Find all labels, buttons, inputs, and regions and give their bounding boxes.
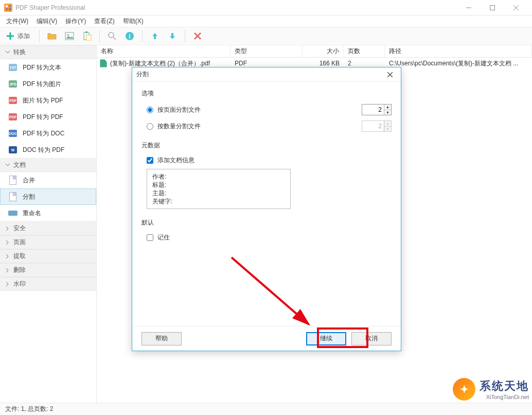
word-icon: W bbox=[8, 145, 17, 154]
sidebar-item-pdf-to-pdf[interactable]: PDF PDF 转为 PDF bbox=[0, 109, 96, 125]
toolbar-up-button[interactable] bbox=[148, 29, 162, 43]
toolbar-image-button[interactable] bbox=[62, 29, 77, 43]
checkbox-add-metadata-label: 添加文档信息 bbox=[157, 156, 194, 165]
svg-text:i: i bbox=[129, 33, 130, 40]
toolbar-folder-button[interactable] bbox=[45, 29, 59, 43]
dialog-continue-button[interactable]: 继续 bbox=[306, 332, 346, 345]
sidebar-item-pdf-to-image[interactable]: JPG PDF 转为图片 bbox=[0, 76, 96, 92]
window-title: PDF Shaper Professional bbox=[15, 4, 457, 11]
sidebar-section-page[interactable]: 页面 bbox=[0, 235, 96, 249]
spinner-up-button[interactable]: ▲ bbox=[384, 105, 391, 110]
toolbar-delete-button[interactable] bbox=[190, 29, 205, 43]
sidebar-item-image-to-pdf[interactable]: PDF 图片 转为 PDF bbox=[0, 92, 96, 109]
sidebar-section-document[interactable]: 文档 bbox=[0, 158, 96, 172]
chevron-down-icon bbox=[5, 50, 10, 55]
sidebar-section-extract[interactable]: 提取 bbox=[0, 249, 96, 263]
section-label: 安全 bbox=[13, 224, 26, 233]
status-text: 文件: 1, 总页数: 2 bbox=[5, 405, 53, 413]
svg-rect-15 bbox=[86, 35, 91, 41]
file-size: 166 KB bbox=[303, 60, 344, 67]
spinner-pages-input[interactable] bbox=[362, 105, 384, 115]
toolbar: 添加 i bbox=[0, 27, 532, 45]
options-fieldset: 选项 按页面分割文件 ▲ ▼ 按数量分割文件 bbox=[141, 89, 392, 132]
sidebar-item-label: PDF 转为文本 bbox=[23, 63, 61, 72]
column-header-size[interactable]: 大小 bbox=[303, 45, 344, 57]
pdf-icon: PDF bbox=[8, 96, 17, 105]
window-maximize-button[interactable] bbox=[481, 0, 504, 15]
column-header-type[interactable]: 类型 bbox=[230, 45, 303, 57]
sidebar-section-delete[interactable]: 删除 bbox=[0, 263, 96, 277]
sidebar-item-label: 分割 bbox=[23, 193, 35, 201]
checkbox-add-metadata[interactable] bbox=[147, 157, 153, 164]
default-label: 默认 bbox=[141, 218, 392, 227]
menu-view[interactable]: 查看(Z) bbox=[90, 16, 118, 27]
sidebar-item-pdf-to-doc[interactable]: DOC PDF 转为 DOC bbox=[0, 125, 96, 142]
menu-edit[interactable]: 编辑(V) bbox=[32, 16, 61, 27]
svg-rect-1 bbox=[6, 5, 8, 7]
metadata-box: 作者: 标题: 主题: 关键字: bbox=[147, 169, 291, 209]
spinner-down-button: ▼ bbox=[384, 127, 391, 132]
watermark: ✦ 系统天地 XiTongTianDi.net bbox=[453, 378, 529, 401]
split-dialog: 分割 选项 按页面分割文件 ▲ ▼ bbox=[132, 67, 401, 351]
radio-split-by-count-label: 按数量分割文件 bbox=[157, 122, 358, 131]
toolbar-separator bbox=[185, 30, 185, 42]
toolbar-info-button[interactable]: i bbox=[122, 29, 137, 43]
dialog-cancel-button[interactable]: 取消 bbox=[351, 332, 392, 345]
checkbox-remember[interactable] bbox=[147, 234, 153, 241]
svg-rect-4 bbox=[9, 8, 11, 10]
meta-author-label: 作者: bbox=[152, 172, 166, 181]
column-header-name[interactable]: 名称 bbox=[97, 45, 230, 57]
status-bar: 文件: 1, 总页数: 2 bbox=[0, 403, 532, 415]
doc-icon: DOC bbox=[8, 129, 17, 138]
watermark-title: 系统天地 bbox=[480, 378, 529, 394]
sidebar-item-pdf-to-text[interactable]: TXT PDF 转为文本 bbox=[0, 59, 96, 76]
file-name: (复制)-新建文本文档 (2)（合并）.pdf bbox=[110, 59, 210, 68]
section-label: 删除 bbox=[13, 266, 26, 274]
sidebar-item-doc-to-pdf[interactable]: W DOC 转为 PDF bbox=[0, 142, 96, 158]
plus-icon bbox=[5, 31, 15, 41]
toolbar-add-button[interactable]: 添加 bbox=[4, 29, 34, 43]
menu-help[interactable]: 帮助(X) bbox=[119, 16, 148, 27]
close-icon bbox=[387, 72, 393, 77]
app-icon bbox=[4, 4, 12, 12]
window-titlebar: PDF Shaper Professional bbox=[0, 0, 532, 15]
radio-split-by-page[interactable] bbox=[147, 107, 153, 113]
file-name-cell: (复制)-新建文本文档 (2)（合并）.pdf bbox=[97, 59, 230, 68]
spinner-pages[interactable]: ▲ ▼ bbox=[362, 104, 392, 115]
sidebar-item-merge[interactable]: 合并 bbox=[0, 172, 96, 188]
sidebar-item-label: 图片 转为 PDF bbox=[23, 96, 63, 105]
section-label: 提取 bbox=[13, 252, 26, 261]
search-icon bbox=[108, 31, 117, 41]
dialog-close-button[interactable] bbox=[383, 69, 397, 80]
svg-rect-6 bbox=[490, 5, 495, 10]
menu-operate[interactable]: 操作(Y) bbox=[61, 16, 90, 27]
menu-file[interactable]: 文件(W) bbox=[2, 16, 32, 27]
column-header-pages[interactable]: 页数 bbox=[344, 45, 385, 57]
dialog-titlebar: 分割 bbox=[132, 67, 401, 82]
window-minimize-button[interactable] bbox=[457, 0, 481, 15]
toolbar-down-button[interactable] bbox=[165, 29, 180, 43]
checkbox-remember-label: 记住 bbox=[157, 233, 170, 242]
window-close-button[interactable] bbox=[504, 0, 528, 15]
svg-rect-14 bbox=[85, 31, 87, 33]
sidebar-item-rename[interactable]: 重命名 bbox=[0, 205, 96, 221]
toolbar-separator bbox=[142, 30, 143, 42]
sidebar-section-convert[interactable]: 转换 bbox=[0, 45, 96, 59]
folder-icon bbox=[47, 31, 57, 41]
file-list-header: 名称 类型 大小 页数 路径 bbox=[97, 45, 532, 58]
toolbar-paste-button[interactable] bbox=[80, 29, 94, 43]
dialog-help-button[interactable]: 帮助 bbox=[141, 332, 182, 345]
jpg-icon: JPG bbox=[8, 79, 17, 89]
document-icon bbox=[8, 192, 17, 201]
menubar: 文件(W) 编辑(V) 操作(Y) 查看(Z) 帮助(X) bbox=[0, 15, 532, 27]
radio-split-by-count[interactable] bbox=[147, 123, 153, 130]
svg-rect-2 bbox=[9, 5, 11, 7]
sidebar-item-split[interactable]: 分割 bbox=[0, 188, 96, 205]
column-header-path[interactable]: 路径 bbox=[385, 45, 532, 57]
sidebar-section-security[interactable]: 安全 bbox=[0, 221, 96, 235]
sidebar-section-watermark[interactable]: 水印 bbox=[0, 277, 96, 291]
toolbar-search-button[interactable] bbox=[105, 29, 119, 43]
spinner-count-input bbox=[362, 121, 384, 131]
spinner-down-button[interactable]: ▼ bbox=[384, 110, 391, 115]
spinner-up-button: ▲ bbox=[384, 121, 391, 127]
